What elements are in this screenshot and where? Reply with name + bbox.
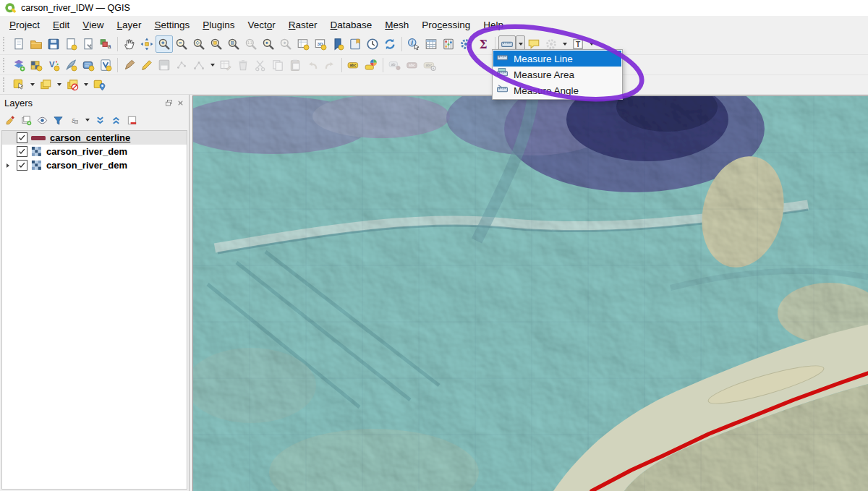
menu-edit[interactable]: Edit <box>46 16 76 34</box>
deselect-all-layers-button[interactable] <box>64 76 81 93</box>
filter-legend-button[interactable] <box>51 113 66 128</box>
menu-settings[interactable]: Settings <box>148 16 196 34</box>
toolbar-drag-handle[interactable] <box>3 58 8 72</box>
zoom-next-button <box>277 35 294 53</box>
add-spatialite-layer-button[interactable] <box>97 56 114 74</box>
expand-all-button[interactable] <box>93 113 108 128</box>
new-spatial-bookmark-button[interactable] <box>329 35 346 53</box>
menu-project[interactable]: Project <box>3 16 46 34</box>
menu-view[interactable]: View <box>76 16 110 34</box>
style-manager-button[interactable]: a <box>97 35 114 53</box>
deselect-all-layers-dropdown-caret[interactable] <box>81 76 90 93</box>
refresh-button[interactable] <box>381 35 399 53</box>
toolbar-drag-handle[interactable] <box>3 37 8 51</box>
new-print-layout-button[interactable] <box>62 35 80 53</box>
float-panel-button[interactable] <box>165 97 173 110</box>
select-features-by-value-icon <box>39 78 52 91</box>
svg-text:abc: abc <box>426 63 433 67</box>
menu-processing[interactable]: Processing <box>415 16 477 34</box>
identify-features-button[interactable]: i <box>405 35 422 53</box>
toggle-editing-button[interactable] <box>138 56 156 74</box>
menu-mesh[interactable]: Mesh <box>378 16 415 34</box>
toolbar-separator <box>117 37 118 51</box>
options-button[interactable] <box>457 35 475 53</box>
zoom-native-button: 1:1 <box>242 35 260 53</box>
layer-visibility-checkbox[interactable] <box>17 160 27 171</box>
map-canvas[interactable] <box>192 95 868 491</box>
current-edits-button[interactable] <box>121 56 138 74</box>
zoom-full-button[interactable] <box>190 35 208 53</box>
select-features-dropdown-caret[interactable] <box>27 76 37 93</box>
layer-item-carson_centerline[interactable]: carson_centerline <box>2 131 187 145</box>
new-map-view-button[interactable] <box>294 35 312 53</box>
select-features-by-value-dropdown-caret[interactable] <box>54 76 64 93</box>
layer-expand-arrow[interactable] <box>2 163 14 168</box>
collapse-all-button[interactable] <box>109 113 124 128</box>
layer-labeling-options-button[interactable]: abc <box>345 56 362 74</box>
refresh-icon <box>383 38 396 51</box>
project-new-button[interactable] <box>10 35 27 53</box>
toolbar-separator <box>341 58 342 72</box>
add-vector-layer-button[interactable]: V <box>45 56 62 74</box>
menu-database[interactable]: Database <box>324 16 379 34</box>
layer-item-carson_river_dem[interactable]: carson_river_dem <box>2 145 187 158</box>
menu-item-measure-line[interactable]: Measure Line <box>493 51 621 67</box>
close-panel-button[interactable] <box>176 97 184 110</box>
show-spatial-bookmarks-button[interactable] <box>346 35 364 53</box>
temporal-controller-button[interactable] <box>364 35 381 53</box>
remove-layer-icon <box>127 115 137 126</box>
measure-dropdown-menu: Measure LineMeasure AreaMeasure Angle <box>492 49 623 100</box>
project-open-button[interactable] <box>27 35 45 53</box>
add-raster-layer-button[interactable] <box>27 56 45 74</box>
remove-layer-button[interactable] <box>124 113 140 128</box>
zoom-last-button[interactable] <box>260 35 277 53</box>
select-features-button[interactable] <box>10 76 27 93</box>
layer-visibility-checkbox[interactable] <box>17 132 27 143</box>
add-postgis-layer-button[interactable] <box>80 56 97 74</box>
menu-vector[interactable]: Vector <box>241 16 281 34</box>
open-layer-styling-button[interactable] <box>3 113 18 128</box>
select-by-location-button[interactable] <box>90 76 108 93</box>
statistical-summary-button[interactable]: Σ <box>475 35 492 53</box>
new-3d-map-view-button[interactable]: 3D <box>312 35 329 53</box>
menu-raster[interactable]: Raster <box>282 16 324 34</box>
dem-terrain <box>193 96 868 491</box>
add-feature-icon <box>175 59 188 72</box>
data-source-manager-button[interactable] <box>10 56 27 74</box>
new-print-layout-icon <box>64 38 77 51</box>
menu-item-measure-area[interactable]: Measure Area <box>493 67 621 82</box>
add-delimited-text-layer-button[interactable] <box>62 56 80 74</box>
menu-item-label: Measure Line <box>514 54 573 64</box>
pan-to-selection-button[interactable] <box>138 35 156 53</box>
pan-map-button[interactable] <box>121 35 138 53</box>
filter-by-expression-dropdown-caret[interactable] <box>82 111 92 129</box>
zoom-out-button[interactable] <box>173 35 190 53</box>
add-group-button[interactable] <box>19 113 34 128</box>
add-vector-layer-icon: V <box>47 59 60 72</box>
toolbar-drag-handle[interactable] <box>3 77 8 92</box>
add-group-icon <box>21 115 32 126</box>
layer-diagram-options-button[interactable] <box>362 56 380 74</box>
new-3d-map-view-icon: 3D <box>314 38 327 51</box>
menu-help[interactable]: Help <box>477 16 510 34</box>
menu-layer[interactable]: Layer <box>111 16 148 34</box>
zoom-to-selection-button[interactable] <box>208 35 225 53</box>
project-save-button[interactable] <box>45 35 62 53</box>
layer-item-carson_river_dem[interactable]: carson_river_dem <box>2 158 187 172</box>
select-features-by-value-button[interactable] <box>37 76 54 93</box>
zoom-to-layer-button[interactable] <box>225 35 242 53</box>
layer-visibility-checkbox[interactable] <box>17 146 27 157</box>
delete-selected-button <box>234 56 252 74</box>
layer-labeling-options-icon: abc <box>347 59 360 72</box>
manage-map-themes-button[interactable] <box>35 113 50 128</box>
pan-map-icon <box>123 38 136 51</box>
show-layout-manager-button[interactable] <box>80 35 97 53</box>
open-attribute-table-button[interactable] <box>422 35 440 53</box>
menu-item-measure-angle[interactable]: Measure Angle <box>493 82 621 98</box>
filter-by-expression-button[interactable]: ε <box>67 113 82 128</box>
open-field-calculator-button[interactable] <box>440 35 457 53</box>
menu-plugins[interactable]: Plugins <box>196 16 241 34</box>
vertex-tool-dropdown-caret[interactable] <box>208 56 217 74</box>
pin-labels-button: ab <box>386 56 404 74</box>
zoom-in-button[interactable] <box>156 35 173 53</box>
